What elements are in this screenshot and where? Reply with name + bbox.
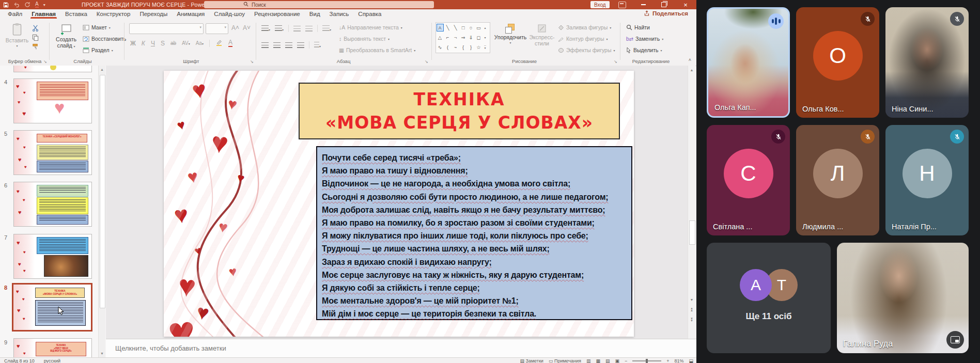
section-button[interactable]: Раздел▾ bbox=[83, 47, 113, 53]
arrange-button[interactable]: Упорядочить▾ bbox=[493, 24, 527, 45]
participant-tile-avatar[interactable]: Л Людмила ... bbox=[796, 125, 879, 235]
participant-tile-avatar[interactable]: О Ольга Ков... bbox=[796, 7, 879, 118]
thumbnail-slide-6[interactable]: ♥♥♥ bbox=[13, 182, 92, 227]
smartart-button[interactable]: ▦ Преобразовать в SmartArt▾ bbox=[339, 47, 415, 53]
save-icon[interactable] bbox=[3, 2, 9, 8]
numbering-icon[interactable]: ▾ bbox=[275, 25, 284, 32]
tab-transitions[interactable]: Переходы bbox=[135, 9, 172, 19]
view-sorter-icon[interactable]: ▦ bbox=[596, 358, 600, 363]
text-direction-button[interactable]: ↓A Направление текста▾ bbox=[339, 24, 402, 30]
drawing-dialog-launcher-icon[interactable]: ↘ bbox=[614, 59, 617, 64]
scroll-down-icon[interactable]: ▼ bbox=[99, 352, 105, 355]
restore-button[interactable] bbox=[657, 0, 671, 9]
language-indicator[interactable]: русский bbox=[44, 358, 60, 363]
select-button[interactable]: Выделить▾ bbox=[626, 47, 662, 53]
highlight-button[interactable] bbox=[215, 39, 223, 47]
notes-toggle[interactable]: ▤ Заметки bbox=[520, 358, 543, 363]
slide-text-box[interactable]: Почути себе серед тисячі «треба»; Я маю … bbox=[316, 146, 632, 320]
align-left-icon[interactable] bbox=[261, 42, 269, 48]
undo-icon[interactable] bbox=[13, 2, 20, 8]
zoom-in-icon[interactable]: + bbox=[666, 358, 669, 363]
thumbnail-slide-3-partial[interactable]: ♥♥ bbox=[13, 66, 92, 72]
search-box[interactable]: Поиск bbox=[204, 1, 434, 8]
tab-insert[interactable]: Вставка bbox=[60, 9, 92, 19]
columns-icon[interactable]: ▾ bbox=[314, 42, 321, 49]
editor-scrollbar[interactable]: ▲ ▼ ▲▲ ▼▼ bbox=[688, 66, 695, 339]
collapse-ribbon-icon[interactable]: ˄ bbox=[689, 57, 691, 62]
font-color-button[interactable]: А bbox=[228, 39, 232, 47]
zoom-level[interactable]: 81% bbox=[674, 358, 683, 363]
decrease-indent-icon[interactable] bbox=[293, 26, 301, 31]
new-slide-button[interactable]: Создать слайд ▾ bbox=[53, 23, 80, 49]
tab-design[interactable]: Конструктор bbox=[92, 9, 135, 19]
view-reading-icon[interactable]: ▤ bbox=[605, 358, 610, 363]
tab-slideshow[interactable]: Слайд-шоу bbox=[209, 9, 250, 19]
scroll-up-icon[interactable]: ▲ bbox=[99, 68, 105, 71]
picture-in-picture-button[interactable] bbox=[946, 331, 964, 349]
comments-toggle[interactable]: ▭ Примечания bbox=[549, 358, 581, 363]
thumbnail-slide-9[interactable]: ♥♥ ТЕХНІКА«ЛИСТ МЕНІВІД МОГО СЕРЦЯ» bbox=[13, 338, 92, 357]
strikethrough-button[interactable]: ab bbox=[170, 40, 176, 46]
paragraph-dialog-launcher-icon[interactable]: ↘ bbox=[425, 59, 428, 64]
find-button[interactable]: Найти bbox=[626, 24, 650, 30]
thumbnail-slide-5[interactable]: ♥♥♥♥ ТЕХНІКА «СЕРЦЕВИЙ МОНОЛОГ» bbox=[13, 130, 92, 175]
slide-canvas[interactable]: ♥ ♥ ♥ ♥ ♥ ♥ ♥ ♥ ♥ ♥ ♥ ♥ ♥ ТЕХНІКА «МОВА … bbox=[164, 71, 634, 337]
align-right-icon[interactable] bbox=[285, 42, 292, 48]
justify-icon[interactable] bbox=[297, 42, 304, 48]
participant-tile-video[interactable]: Ольга Кап... bbox=[707, 7, 790, 118]
change-case-button[interactable]: Aa▾ bbox=[196, 40, 204, 46]
font-size-combo[interactable] bbox=[206, 23, 228, 34]
bullets-icon[interactable]: ▾ bbox=[261, 25, 270, 32]
reset-button[interactable]: Восстановить bbox=[83, 36, 126, 42]
increase-indent-icon[interactable] bbox=[305, 26, 313, 31]
slide-title-box[interactable]: ТЕХНІКА «МОВА СЕРЦЯ У СЛОВАХ» bbox=[299, 83, 620, 139]
participant-tile-avatar[interactable]: С Світлана ... bbox=[707, 125, 790, 235]
scrollbar-thumb[interactable] bbox=[689, 220, 695, 245]
cut-icon[interactable] bbox=[32, 25, 39, 33]
redo-icon[interactable] bbox=[24, 2, 30, 8]
close-button[interactable]: × bbox=[679, 0, 692, 9]
align-center-icon[interactable] bbox=[273, 42, 281, 48]
tab-record[interactable]: Запись bbox=[325, 9, 354, 19]
participant-tile-video[interactable]: Галина Руда bbox=[837, 243, 969, 353]
thumbnail-slide-4[interactable]: ♥♥♥♥ ♥ bbox=[13, 78, 92, 123]
next-slide-icon[interactable]: ▼▼ bbox=[688, 318, 695, 322]
character-spacing-button[interactable]: AV▾ bbox=[182, 40, 190, 46]
customize-qat-icon[interactable]: ▾ bbox=[43, 3, 45, 7]
scroll-up-icon[interactable]: ▲ bbox=[688, 68, 695, 72]
font-dialog-launcher-icon[interactable]: ↘ bbox=[250, 59, 254, 64]
tab-review[interactable]: Рецензирование bbox=[250, 9, 305, 19]
zoom-slider[interactable] bbox=[632, 360, 661, 361]
minimize-button[interactable] bbox=[636, 0, 650, 9]
tab-animations[interactable]: Анимация bbox=[172, 9, 209, 19]
shadow-button[interactable]: S bbox=[161, 40, 165, 47]
signin-button[interactable]: Вход bbox=[590, 1, 610, 8]
align-text-button[interactable]: ↕ Выровнять текст▾ bbox=[339, 36, 390, 42]
layout-button[interactable]: Макет▾ bbox=[83, 24, 111, 30]
tab-help[interactable]: Справка bbox=[353, 9, 386, 19]
tab-file[interactable]: Файл bbox=[3, 9, 27, 19]
shapes-more-icon[interactable]: ▾ bbox=[484, 45, 486, 50]
italic-button[interactable]: К bbox=[142, 40, 145, 47]
tab-view[interactable]: Вид bbox=[305, 9, 325, 19]
more-participants-tile[interactable]: А Т Ще 11 осіб bbox=[707, 243, 831, 353]
quick-styles-button[interactable]: Экспресс-стили bbox=[529, 24, 555, 46]
zoom-out-icon[interactable]: − bbox=[625, 358, 627, 363]
shapes-scroll-up-icon[interactable]: ▴ bbox=[484, 26, 486, 29]
participant-tile-avatar[interactable]: Н Наталія Пр... bbox=[885, 125, 969, 235]
shapes-gallery[interactable]: A╲╲□○▭▴ △⌐¬⇒⇓◻▾ ∿(~{}☆▾ bbox=[435, 22, 490, 53]
copy-icon[interactable] bbox=[32, 34, 39, 42]
notes-pane[interactable]: Щелкните, чтобы добавить заметки bbox=[106, 339, 696, 357]
thumbnail-slide-8-selected[interactable]: ♥♥♥♥ ТЕХНІКА«МОВА СЕРЦЯ У СЛОВАХ» bbox=[12, 283, 92, 332]
thumbnail-scrollbar[interactable]: ▲ ▼ bbox=[98, 66, 105, 357]
view-slideshow-icon[interactable]: ▣ bbox=[615, 358, 619, 363]
font-color-icon[interactable]: А bbox=[35, 2, 39, 8]
underline-button[interactable]: Ч bbox=[151, 40, 155, 47]
bold-button[interactable]: Ж bbox=[130, 40, 136, 47]
font-name-combo[interactable] bbox=[129, 23, 204, 34]
shapes-scroll-down-icon[interactable]: ▾ bbox=[484, 36, 486, 39]
shape-effects-button[interactable]: Эффекты фигуры▾ bbox=[558, 47, 615, 53]
line-spacing-icon[interactable]: ▾ bbox=[322, 25, 331, 32]
tab-home[interactable]: Главная bbox=[27, 9, 60, 19]
scrollbar-thumb[interactable] bbox=[100, 75, 105, 308]
